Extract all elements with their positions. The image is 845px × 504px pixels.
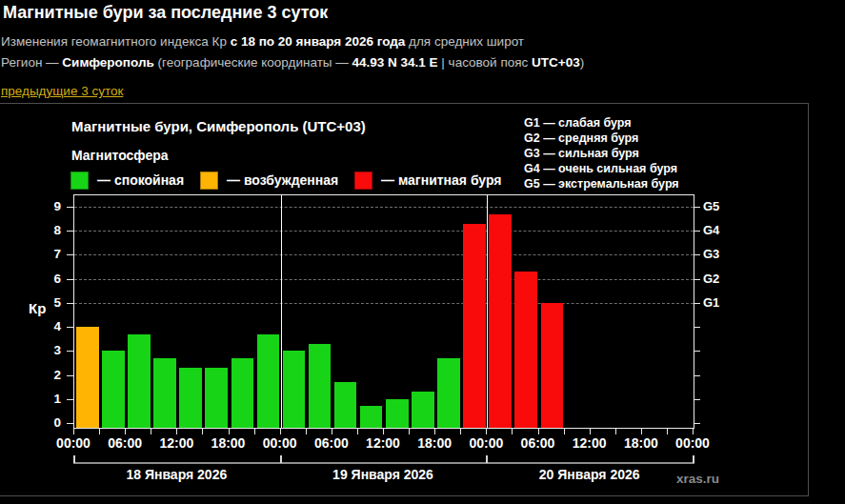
subtitle-suffix: для средних широт bbox=[405, 34, 524, 49]
g-level-label-g3: G3 bbox=[703, 247, 719, 261]
x-tick bbox=[229, 429, 230, 434]
day-axis-line bbox=[73, 462, 694, 464]
y-tick-label-7: 7 bbox=[32, 247, 61, 261]
legend-item-quiet: — спокойная bbox=[70, 171, 184, 190]
x-tick-label: 12:00 bbox=[573, 435, 607, 451]
kp-bar bbox=[386, 399, 409, 428]
y-tick-label-6: 6 bbox=[32, 272, 61, 286]
region-line: Регион — Симферополь (географические коо… bbox=[1, 55, 584, 70]
y-tick-left bbox=[67, 303, 73, 304]
chart-title: Магнитные бури, Симферополь (UTC+03) bbox=[71, 118, 366, 134]
y-tick-right bbox=[694, 351, 700, 352]
x-tick-label: 06:00 bbox=[314, 435, 349, 451]
region-name: Симферополь bbox=[62, 55, 153, 70]
kp-bar bbox=[309, 344, 332, 428]
y-tick-right bbox=[694, 303, 700, 304]
x-tick-label: 00:00 bbox=[56, 435, 91, 451]
y-tick-label-9: 9 bbox=[32, 199, 61, 213]
g-level-label-g5: G5 bbox=[703, 199, 719, 213]
x-tick bbox=[332, 429, 332, 434]
day-separator-line bbox=[487, 195, 488, 428]
storm-color-swatch bbox=[354, 171, 372, 190]
y-tick-label-8: 8 bbox=[32, 223, 61, 237]
legend-label-quiet: — спокойная bbox=[97, 172, 184, 188]
x-tick bbox=[409, 429, 410, 434]
kp-bar bbox=[489, 214, 512, 429]
day-boundary-tick bbox=[280, 455, 282, 463]
y-tick-left bbox=[67, 327, 73, 328]
y-tick-right bbox=[694, 279, 700, 280]
x-tick bbox=[486, 429, 487, 434]
day-separator-line bbox=[281, 195, 282, 428]
x-tick bbox=[434, 429, 435, 434]
legend-label-excited: — возбужденная bbox=[227, 172, 338, 188]
kp-bar bbox=[76, 327, 99, 428]
gridline-kp-9 bbox=[74, 207, 694, 208]
legend-item-storm: — магнитная буря bbox=[354, 171, 502, 190]
kp-bar bbox=[437, 358, 460, 428]
page-title: Магнитные бури за последние 3 суток bbox=[3, 3, 328, 23]
day-boundary-tick bbox=[73, 455, 75, 463]
kp-bar bbox=[334, 382, 357, 428]
day-boundary-tick bbox=[486, 455, 488, 463]
watermark: xras.ru bbox=[676, 472, 719, 486]
region-mid: (географические координаты — bbox=[154, 55, 352, 70]
x-tick bbox=[280, 429, 281, 434]
timezone-value: UTC+03 bbox=[532, 55, 580, 70]
x-tick-label: 12:00 bbox=[159, 435, 193, 451]
previous-3-days-link[interactable]: предыдущие 3 суток bbox=[1, 84, 123, 98]
g1-legend-line: G1 — слабая буря bbox=[524, 115, 679, 131]
page: { "header": { "title": "Магнитные бури з… bbox=[0, 0, 845, 504]
region-coordinates: 44.93 N 34.1 E bbox=[352, 55, 438, 70]
x-tick-label: 06:00 bbox=[521, 435, 555, 451]
x-tick-label: 00:00 bbox=[675, 435, 710, 451]
kp-bar bbox=[128, 334, 151, 428]
y-tick-left bbox=[67, 207, 73, 208]
excited-color-swatch bbox=[200, 171, 218, 190]
day-label: 19 Января 2026 bbox=[332, 467, 433, 482]
gridline-kp-8 bbox=[74, 231, 694, 232]
kp-bar-plot bbox=[73, 194, 694, 429]
y-tick-label-2: 2 bbox=[32, 368, 61, 382]
subtitle-line: Изменения геомагнитного индекса Кр с 18 … bbox=[1, 34, 524, 49]
x-tick bbox=[125, 429, 126, 434]
g-level-label-g2: G2 bbox=[703, 272, 719, 286]
y-tick-left bbox=[67, 423, 73, 424]
x-tick-label: 00:00 bbox=[469, 435, 503, 451]
x-tick-label: 18:00 bbox=[417, 435, 452, 451]
x-tick bbox=[357, 429, 358, 434]
y-tick-left bbox=[67, 375, 73, 376]
x-tick bbox=[641, 429, 642, 434]
region-prefix: Регион — bbox=[1, 55, 62, 70]
x-tick-label: 18:00 bbox=[624, 435, 658, 451]
y-tick-left bbox=[67, 399, 73, 400]
x-tick bbox=[693, 429, 694, 434]
gridline-kp-7 bbox=[74, 254, 694, 255]
kp-bar bbox=[179, 368, 202, 428]
x-tick bbox=[667, 429, 668, 434]
day-label: 20 Января 2026 bbox=[539, 467, 640, 482]
y-tick-label-0: 0 bbox=[32, 415, 61, 430]
x-tick bbox=[73, 429, 74, 434]
y-tick-label-3: 3 bbox=[32, 343, 61, 357]
x-tick-label: 18:00 bbox=[211, 435, 246, 451]
x-tick bbox=[538, 429, 539, 434]
g-level-label-g4: G4 bbox=[703, 223, 719, 237]
x-tick bbox=[306, 429, 307, 434]
kp-bar bbox=[541, 303, 564, 428]
y-tick-right bbox=[694, 254, 700, 255]
y-tick-right bbox=[694, 207, 700, 208]
y-tick-left bbox=[67, 351, 73, 352]
x-tick-label: 00:00 bbox=[263, 435, 297, 451]
kp-bar bbox=[153, 358, 176, 428]
subtitle-prefix: Изменения геомагнитного индекса Кр bbox=[1, 34, 231, 49]
y-tick-right bbox=[694, 231, 700, 232]
x-tick bbox=[460, 429, 461, 434]
x-tick bbox=[615, 429, 616, 434]
x-tick bbox=[202, 429, 203, 434]
gridline-kp-5 bbox=[74, 303, 694, 304]
kp-bar bbox=[283, 351, 306, 428]
date-range: с 18 по 20 января 2026 года bbox=[231, 34, 406, 49]
y-tick-right bbox=[694, 399, 700, 400]
y-tick-label-4: 4 bbox=[32, 319, 61, 333]
